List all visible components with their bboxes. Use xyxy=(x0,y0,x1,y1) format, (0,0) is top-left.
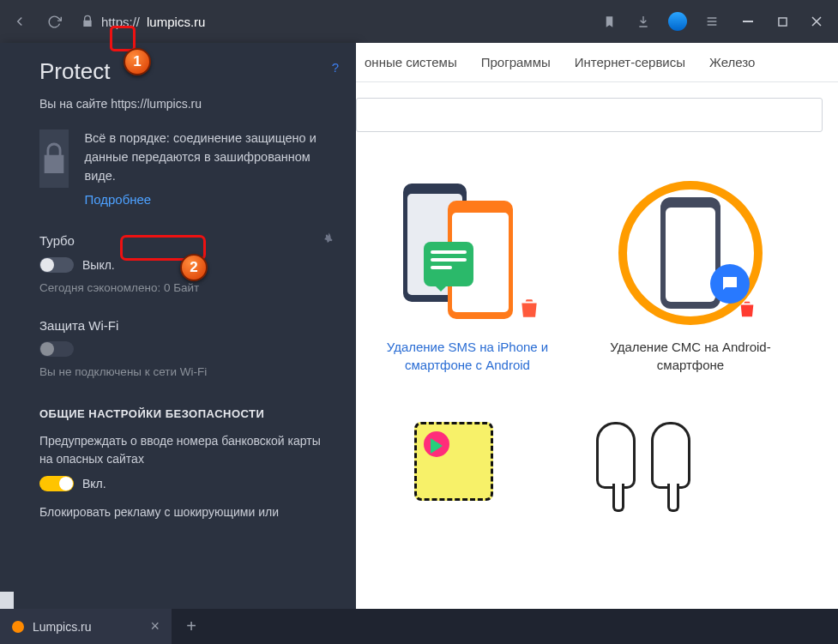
panel-title: Protect xyxy=(39,58,335,85)
annotation-marker-2: 2 xyxy=(180,254,208,281)
article-thumb xyxy=(618,180,763,326)
page-content: онные системы Программы Интернет-сервисы… xyxy=(356,43,838,609)
annotation-highlight xyxy=(110,26,136,51)
adblock-desc: Блокировать рекламу с шокирующими или xyxy=(39,503,335,521)
status-bar xyxy=(0,592,14,609)
article-thumb[interactable] xyxy=(588,422,699,499)
browser-tab[interactable]: Lumpics.ru × xyxy=(0,609,172,644)
lock-icon xyxy=(39,129,69,188)
nav-item[interactable]: Железо xyxy=(709,55,755,69)
annotation-marker-1: 1 xyxy=(124,48,151,75)
close-button[interactable] xyxy=(802,9,831,33)
wifi-toggle xyxy=(39,341,74,357)
avatar xyxy=(668,12,687,31)
minimize-button[interactable] xyxy=(733,9,763,33)
nav-item[interactable]: Программы xyxy=(481,55,551,69)
card-warn-toggle[interactable] xyxy=(39,476,74,491)
site-nav: онные системы Программы Интернет-сервисы… xyxy=(356,43,838,82)
tab-close-button[interactable]: × xyxy=(150,617,160,635)
search-box[interactable] xyxy=(356,98,823,132)
reload-button[interactable] xyxy=(41,9,67,34)
more-link[interactable]: Подробнее xyxy=(84,192,151,207)
svg-rect-1 xyxy=(778,17,786,25)
card-warn-desc: Предупреждать о вводе номера банковской … xyxy=(39,432,335,467)
back-button[interactable] xyxy=(7,9,33,34)
svg-rect-0 xyxy=(743,21,753,22)
card-warn-state: Вкл. xyxy=(82,477,106,491)
connection-status: Всё в порядке: соединение защищено и дан… xyxy=(84,129,335,185)
tab-title: Lumpics.ru xyxy=(33,620,91,634)
turbo-state: Выкл. xyxy=(82,258,115,272)
article-title: Удаление СМС на Android-смартфоне xyxy=(605,338,776,374)
help-button[interactable]: ? xyxy=(332,60,339,75)
favicon xyxy=(12,621,24,633)
content-area: Protect ? Вы на сайте https://lumpics.ru… xyxy=(0,43,838,609)
site-info: Вы на сайте https://lumpics.ru xyxy=(39,97,335,111)
article-card[interactable]: Удаление SMS на iPhone и смартфоне с And… xyxy=(382,180,553,374)
article-card[interactable]: Удаление СМС на Android-смартфоне xyxy=(605,180,776,374)
wifi-status: Вы не подключены к сети Wi-Fi xyxy=(39,365,335,378)
wifi-label: Защита Wi-Fi xyxy=(39,318,335,333)
nav-item[interactable]: Интернет-сервисы xyxy=(575,55,685,69)
address-bar[interactable]: https://lumpics.ru xyxy=(75,15,588,29)
trash-icon xyxy=(518,295,540,321)
window-controls xyxy=(733,9,831,33)
rocket-icon xyxy=(322,232,335,249)
article-link[interactable]: Удаление SMS на iPhone и смартфоне с And… xyxy=(382,338,553,374)
profile-button[interactable] xyxy=(665,9,690,34)
tab-bar: Lumpics.ru × + xyxy=(0,609,838,644)
bookmark-button[interactable] xyxy=(596,9,622,34)
article-thumb[interactable] xyxy=(414,422,493,501)
maximize-button[interactable] xyxy=(768,9,797,33)
menu-button[interactable] xyxy=(699,9,725,34)
article-thumb xyxy=(395,180,540,326)
downloads-button[interactable] xyxy=(630,9,656,34)
nav-item[interactable]: онные системы xyxy=(365,55,457,69)
turbo-label: Турбо xyxy=(39,233,75,248)
url-host: lumpics.ru xyxy=(147,15,205,29)
trash-icon xyxy=(738,298,757,319)
turbo-toggle[interactable] xyxy=(39,257,74,273)
lock-icon xyxy=(81,15,94,28)
new-tab-button[interactable]: + xyxy=(178,614,204,640)
security-heading: ОБЩИЕ НАСТРОЙКИ БЕЗОПАСНОСТИ xyxy=(39,407,335,420)
turbo-saved: Сегодня сэкономлено: 0 Байт xyxy=(39,281,335,294)
protect-panel: Protect ? Вы на сайте https://lumpics.ru… xyxy=(0,43,356,609)
